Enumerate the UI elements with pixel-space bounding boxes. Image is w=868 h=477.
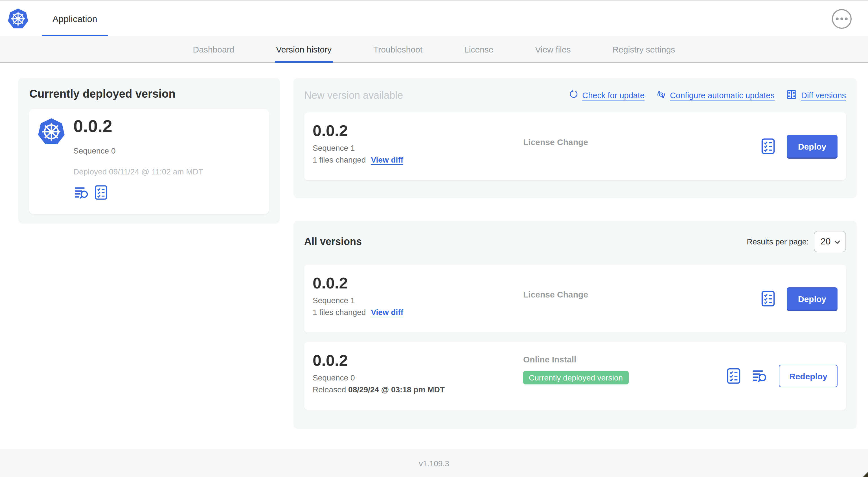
all-versions-title: All versions <box>304 236 362 247</box>
admin-console-page: Application Dashboard Version history Tr… <box>0 0 868 477</box>
files-changed-label: 1 files changed <box>313 155 366 164</box>
current-version-actions <box>74 185 107 200</box>
preflight-checks-icon[interactable] <box>761 291 775 306</box>
version-sequence: Sequence 1 <box>313 296 355 305</box>
preflight-checks-icon[interactable] <box>95 185 107 200</box>
diff-icon <box>786 89 797 101</box>
version-released-at: Released 08/29/24 @ 03:18 pm MDT <box>313 385 445 394</box>
version-sequence: Sequence 0 <box>313 373 355 382</box>
results-per-page-label: Results per page: <box>747 237 809 246</box>
clock-refresh-icon <box>656 90 666 101</box>
version-source: License Change <box>523 137 588 147</box>
version-number: 0.0.2 <box>313 274 348 292</box>
version-number: 0.0.2 <box>313 352 348 370</box>
kubernetes-logo-icon <box>7 8 29 29</box>
view-diff-link[interactable]: View diff <box>371 155 403 164</box>
all-versions-card: All versions Results per page: 20 0.0.2 … <box>293 221 857 429</box>
new-version-row: 0.0.2 Sequence 1 1 files changed View di… <box>304 112 846 180</box>
section-nav: Dashboard Version history Troubleshoot L… <box>0 36 868 63</box>
files-changed-label: 1 files changed <box>313 308 366 317</box>
check-for-update-link[interactable]: Check for update <box>568 90 645 101</box>
tab-license[interactable]: License <box>464 36 493 62</box>
top-bar: Application <box>0 0 868 36</box>
preflight-checks-icon[interactable] <box>727 368 741 384</box>
chevron-down-icon <box>834 237 840 247</box>
version-source: License Change <box>523 290 588 299</box>
tab-troubleshoot[interactable]: Troubleshoot <box>373 36 423 62</box>
current-version-deployed-at: Deployed 09/11/24 @ 11:02 am MDT <box>73 167 203 176</box>
diff-versions-link[interactable]: Diff versions <box>786 89 846 101</box>
refresh-icon <box>568 90 578 101</box>
screen-corner-artifact <box>863 472 868 477</box>
currently-deployed-card: Currently deployed version 0.0.2 Sequenc… <box>18 78 280 223</box>
version-sequence: Sequence 1 <box>313 143 355 152</box>
deploy-button[interactable]: Deploy <box>787 287 838 310</box>
redeploy-button[interactable]: Redeploy <box>779 365 838 387</box>
results-per-page-select[interactable]: 20 <box>814 231 846 252</box>
new-version-title: New version available <box>304 89 403 101</box>
tab-registry-settings[interactable]: Registry settings <box>613 36 675 62</box>
deploy-button[interactable]: Deploy <box>787 135 838 157</box>
kubernetes-app-icon <box>37 117 65 146</box>
view-diff-link[interactable]: View diff <box>371 308 403 317</box>
version-actions-links: Check for update Configure automatic upd… <box>568 89 846 101</box>
application-tab-label: Application <box>53 14 97 24</box>
footer: v1.109.3 <box>0 449 868 477</box>
tab-version-history[interactable]: Version history <box>276 36 332 62</box>
version-source: Online Install <box>523 355 576 364</box>
deploy-logs-icon[interactable] <box>752 369 767 383</box>
version-number: 0.0.2 <box>313 122 348 140</box>
tab-dashboard[interactable]: Dashboard <box>193 36 235 62</box>
current-version-number: 0.0.2 <box>73 116 112 137</box>
version-row-sequence-0: 0.0.2 Sequence 0 Released 08/29/24 @ 03:… <box>304 342 846 410</box>
current-version-detail: 0.0.2 Sequence 0 Deployed 09/11/24 @ 11:… <box>29 109 269 214</box>
new-version-card: New version available Check for update C… <box>293 78 857 198</box>
deploy-logs-icon[interactable] <box>74 186 89 199</box>
currently-deployed-title: Currently deployed version <box>29 88 269 100</box>
configure-automatic-updates-link[interactable]: Configure automatic updates <box>656 90 775 101</box>
preflight-checks-icon[interactable] <box>761 138 775 154</box>
tab-view-files[interactable]: View files <box>535 36 571 62</box>
currently-deployed-badge: Currently deployed version <box>523 371 628 384</box>
more-menu-button[interactable] <box>832 9 851 29</box>
version-row-sequence-1: 0.0.2 Sequence 1 1 files changed View di… <box>304 265 846 332</box>
current-version-sequence: Sequence 0 <box>73 146 116 155</box>
tab-application[interactable]: Application <box>42 1 108 37</box>
console-version: v1.109.3 <box>419 459 449 468</box>
ellipsis-icon <box>836 18 839 20</box>
